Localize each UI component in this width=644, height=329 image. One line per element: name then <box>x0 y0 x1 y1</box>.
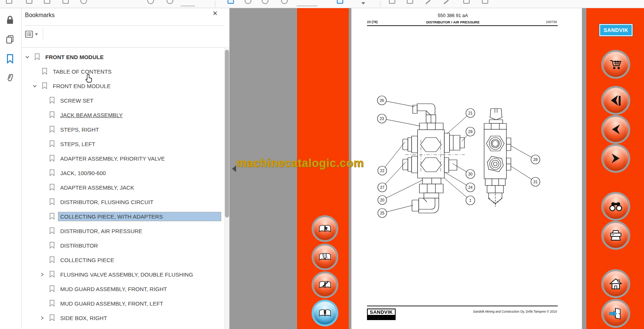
hand-tool-icon[interactable] <box>245 0 251 4</box>
save-icon[interactable] <box>62 0 69 4</box>
bookmark-item[interactable]: JACK BEAM ASSEMBLY <box>22 108 224 122</box>
expander-chevron-icon[interactable] <box>40 301 49 307</box>
pages-copy-icon[interactable] <box>4 34 16 45</box>
edit-tool-icon[interactable] <box>444 0 449 4</box>
expander-chevron-icon[interactable] <box>40 170 49 176</box>
page-number-field[interactable] <box>297 1 318 6</box>
expander-chevron-icon[interactable] <box>40 127 49 133</box>
expander-chevron-icon[interactable] <box>40 272 49 278</box>
bookmark-item-label[interactable]: MUD GUARD ASSEMBLY, FRONT, RIGHT <box>58 285 169 293</box>
bookmark-item-label[interactable]: JACK BEAM ASSEMBLY <box>58 111 125 119</box>
bookmark-options-button[interactable] <box>25 29 40 39</box>
print-icon[interactable] <box>6 0 12 4</box>
exit-button[interactable] <box>601 299 630 328</box>
expander-chevron-icon[interactable] <box>25 54 34 60</box>
bookmark-item[interactable]: TABLE OF CONTENTS <box>22 64 224 79</box>
expander-chevron-icon[interactable] <box>40 199 49 205</box>
bookmark-item[interactable]: FRONT END MODULE <box>22 79 224 93</box>
bookmarks-panel-icon[interactable] <box>4 53 16 64</box>
highlight-tool-icon[interactable] <box>407 0 413 4</box>
bookmark-flag-icon <box>49 285 55 293</box>
bookmark-item[interactable]: STEPS, LEFT <box>22 137 224 151</box>
bookmark-item-label[interactable]: DISTRIBUTOR, AIR PRESSURE <box>58 227 144 235</box>
bookmark-item-label[interactable]: COLLECTING PIECE <box>58 256 116 264</box>
bookmark-item[interactable]: ADAPTER ASSEMBLY, PRIORITY VALVE <box>22 151 224 166</box>
catalog-calculator-button[interactable] <box>312 243 338 270</box>
bookmark-item-label[interactable]: FRONT END MODULE <box>51 82 113 90</box>
bookmark-item-label[interactable]: STEPS, RIGHT <box>58 125 101 134</box>
redo-icon[interactable] <box>167 0 173 4</box>
fill-sign-tool-icon[interactable] <box>425 0 431 4</box>
bookmark-item[interactable]: COLLECTING PIECE, WITH ADAPTERS <box>22 209 224 224</box>
catalog-pointer-button[interactable] <box>312 215 338 242</box>
bookmark-item[interactable]: ADAPTER ASSEMBLY, JACK <box>22 180 224 195</box>
expander-chevron-icon[interactable] <box>40 243 49 249</box>
zoom-level-field[interactable] <box>181 1 195 6</box>
bookmark-item[interactable]: DISTRIBUTOR, FLUSHING CIRCUIT <box>22 195 224 209</box>
bookmark-item[interactable]: STEPS, RIGHT <box>22 122 224 137</box>
expander-chevron-icon[interactable] <box>40 228 49 234</box>
next-page-button[interactable] <box>601 144 630 173</box>
bookmark-item-label[interactable]: ADAPTER ASSEMBLY, PRIORITY VALVE <box>58 154 167 163</box>
bookmark-item-label[interactable]: SCREW SET <box>58 96 95 105</box>
expander-chevron-icon[interactable] <box>40 156 49 162</box>
bookmark-item-label[interactable]: COLLECTING PIECE, WITH ADAPTERS <box>58 212 221 221</box>
expander-chevron-icon[interactable] <box>33 83 42 89</box>
expander-chevron-icon[interactable] <box>40 141 49 147</box>
close-icon[interactable]: × <box>213 9 218 17</box>
expander-chevron-icon[interactable] <box>40 286 49 292</box>
expander-chevron-icon[interactable] <box>40 214 49 220</box>
caret-down-icon[interactable] <box>361 2 365 4</box>
bookmark-item[interactable]: SIDE BOX, RIGHT <box>22 311 224 325</box>
bookmark-item-label[interactable]: FLUSHING VALVE ASSEMBLY, DOUBLE FLUSHING <box>58 270 195 279</box>
lock-icon[interactable] <box>4 14 16 26</box>
bookmark-item-label[interactable]: JACK, 100/90-600 <box>58 169 108 177</box>
select-tool-icon[interactable] <box>228 0 234 4</box>
first-page-button[interactable] <box>601 86 630 115</box>
undo-icon[interactable] <box>147 0 154 4</box>
catalog-tools-button[interactable] <box>312 271 338 298</box>
print-button[interactable] <box>601 221 630 250</box>
collapse-panel-arrow-icon[interactable] <box>232 165 236 172</box>
zoom-out-icon[interactable] <box>262 0 268 4</box>
bookmark-item[interactable]: MUD GUARD ASSEMBLY, FRONT, RIGHT <box>22 282 224 296</box>
bookmark-item[interactable]: SCREW SET <box>22 93 224 108</box>
expander-chevron-icon[interactable] <box>40 257 49 263</box>
bookmark-item[interactable]: MUD GUARD ASSEMBLY, FRONT, LEFT <box>22 296 224 311</box>
catalog-active-button[interactable] <box>312 300 338 326</box>
search-binoculars-button[interactable] <box>601 192 630 221</box>
expander-chevron-icon[interactable] <box>40 315 49 321</box>
expander-chevron-icon[interactable] <box>40 98 49 104</box>
crosshair-icon[interactable] <box>44 0 50 4</box>
bookmark-item-label[interactable]: SIDE BOX, RIGHT <box>58 314 109 322</box>
bookmark-item-label[interactable]: DISTRIBUTOR, FLUSHING CIRCUIT <box>58 198 155 206</box>
zoom-in-icon[interactable] <box>281 0 288 4</box>
bookmark-item-label[interactable]: TABLE OF CONTENTS <box>51 67 113 76</box>
scrollbar-thumb[interactable] <box>225 50 229 217</box>
expander-chevron-icon[interactable] <box>33 69 42 75</box>
home-button[interactable] <box>601 269 630 298</box>
attachments-paperclip-icon[interactable] <box>4 72 16 83</box>
bookmark-item[interactable]: DISTRIBUTOR <box>22 238 224 253</box>
bookmark-item[interactable]: COLLECTING PIECE <box>22 253 224 267</box>
bookmark-item-label[interactable]: MUD GUARD ASSEMBLY, FRONT, LEFT <box>58 299 165 308</box>
bookmark-item-label[interactable]: STEPS, LEFT <box>58 140 97 148</box>
comment-tool-icon[interactable] <box>389 0 395 4</box>
previous-page-button[interactable] <box>601 115 630 144</box>
search-icon[interactable] <box>80 0 87 4</box>
more-tools-icon[interactable] <box>482 0 488 4</box>
panel-scrollbar[interactable] <box>224 47 229 329</box>
bookmark-item[interactable]: JACK, 100/90-600 <box>22 166 224 180</box>
bookmark-add-icon[interactable] <box>26 0 32 4</box>
stamp-tool-icon[interactable] <box>463 0 470 4</box>
expander-chevron-icon[interactable] <box>40 112 49 118</box>
expander-chevron-icon[interactable] <box>40 185 49 191</box>
bookmark-item-label[interactable]: FRONT END MODULE <box>44 53 106 61</box>
bookmark-item[interactable]: DISTRIBUTOR, AIR PRESSURE <box>22 224 224 238</box>
bookmark-item-label[interactable]: DISTRIBUTOR <box>58 241 100 250</box>
cart-button[interactable] <box>601 50 630 79</box>
bookmark-item-label[interactable]: ADAPTER ASSEMBLY, JACK <box>58 183 136 192</box>
bookmark-item[interactable]: FRONT END MODULE <box>22 50 224 64</box>
bookmark-item[interactable]: FLUSHING VALVE ASSEMBLY, DOUBLE FLUSHING <box>22 267 224 282</box>
page-view-icon[interactable] <box>337 0 343 4</box>
